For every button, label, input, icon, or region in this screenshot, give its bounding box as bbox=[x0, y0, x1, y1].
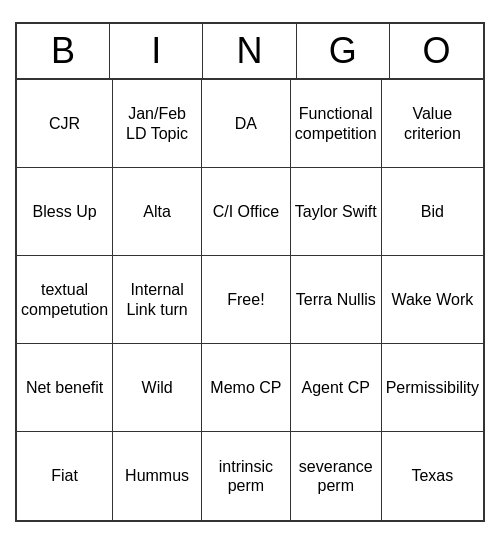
bingo-cell-10: textual competution bbox=[17, 256, 113, 344]
header-letter-b: B bbox=[17, 24, 110, 78]
bingo-cell-18: Agent CP bbox=[291, 344, 382, 432]
cell-text-22: intrinsic perm bbox=[206, 457, 286, 495]
bingo-cell-11: Internal Link turn bbox=[113, 256, 202, 344]
cell-text-20: Fiat bbox=[51, 466, 78, 485]
bingo-cell-15: Net benefit bbox=[17, 344, 113, 432]
bingo-cell-2: DA bbox=[202, 80, 291, 168]
bingo-cell-6: Alta bbox=[113, 168, 202, 256]
cell-text-8: Taylor Swift bbox=[295, 202, 377, 221]
bingo-cell-19: Permissibility bbox=[382, 344, 483, 432]
cell-text-15: Net benefit bbox=[26, 378, 103, 397]
bingo-cell-14: Wake Work bbox=[382, 256, 483, 344]
cell-text-10: textual competution bbox=[21, 280, 108, 318]
cell-text-19: Permissibility bbox=[386, 378, 479, 397]
cell-text-12: Free! bbox=[227, 290, 264, 309]
bingo-cell-17: Memo CP bbox=[202, 344, 291, 432]
bingo-cell-9: Bid bbox=[382, 168, 483, 256]
cell-text-14: Wake Work bbox=[391, 290, 473, 309]
bingo-cell-16: Wild bbox=[113, 344, 202, 432]
cell-text-13: Terra Nullis bbox=[296, 290, 376, 309]
cell-text-3: Functional competition bbox=[295, 104, 377, 142]
cell-text-21: Hummus bbox=[125, 466, 189, 485]
cell-text-23: severance perm bbox=[295, 457, 377, 495]
cell-text-7: C/I Office bbox=[213, 202, 279, 221]
bingo-cell-24: Texas bbox=[382, 432, 483, 520]
bingo-cell-22: intrinsic perm bbox=[202, 432, 291, 520]
cell-text-0: CJR bbox=[49, 114, 80, 133]
cell-text-16: Wild bbox=[142, 378, 173, 397]
cell-text-1: Jan/Feb LD Topic bbox=[117, 104, 197, 142]
cell-text-18: Agent CP bbox=[302, 378, 370, 397]
bingo-grid: CJRJan/Feb LD TopicDAFunctional competit… bbox=[17, 80, 483, 520]
bingo-cell-23: severance perm bbox=[291, 432, 382, 520]
cell-text-4: Value criterion bbox=[386, 104, 479, 142]
bingo-cell-0: CJR bbox=[17, 80, 113, 168]
header-letter-i: I bbox=[110, 24, 203, 78]
bingo-cell-7: C/I Office bbox=[202, 168, 291, 256]
bingo-cell-1: Jan/Feb LD Topic bbox=[113, 80, 202, 168]
cell-text-6: Alta bbox=[143, 202, 171, 221]
cell-text-2: DA bbox=[235, 114, 257, 133]
cell-text-24: Texas bbox=[411, 466, 453, 485]
cell-text-9: Bid bbox=[421, 202, 444, 221]
bingo-cell-12: Free! bbox=[202, 256, 291, 344]
bingo-cell-5: Bless Up bbox=[17, 168, 113, 256]
cell-text-17: Memo CP bbox=[210, 378, 281, 397]
header-letter-o: O bbox=[390, 24, 483, 78]
bingo-cell-20: Fiat bbox=[17, 432, 113, 520]
bingo-cell-8: Taylor Swift bbox=[291, 168, 382, 256]
bingo-card: BINGO CJRJan/Feb LD TopicDAFunctional co… bbox=[15, 22, 485, 522]
bingo-header: BINGO bbox=[17, 24, 483, 80]
bingo-cell-13: Terra Nullis bbox=[291, 256, 382, 344]
cell-text-11: Internal Link turn bbox=[117, 280, 197, 318]
bingo-cell-21: Hummus bbox=[113, 432, 202, 520]
header-letter-g: G bbox=[297, 24, 390, 78]
cell-text-5: Bless Up bbox=[33, 202, 97, 221]
header-letter-n: N bbox=[203, 24, 296, 78]
bingo-cell-4: Value criterion bbox=[382, 80, 483, 168]
bingo-cell-3: Functional competition bbox=[291, 80, 382, 168]
